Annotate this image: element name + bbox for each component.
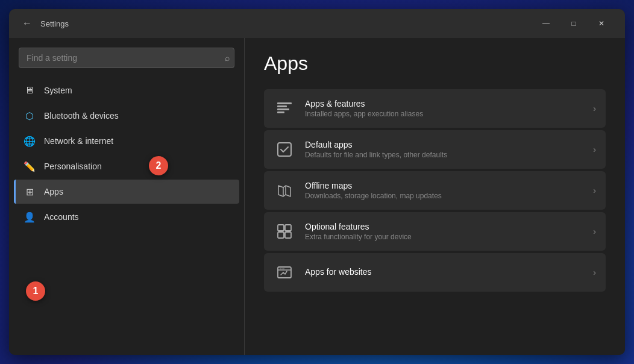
optional-features-chevron: › xyxy=(593,227,596,236)
sidebar-item-bluetooth[interactable]: ⬡ Bluetooth & devices xyxy=(14,104,239,128)
maximize-button[interactable]: □ xyxy=(560,14,588,33)
main-content: Apps Apps & features Installed apps, app… xyxy=(245,38,625,355)
back-button[interactable]: ← xyxy=(19,15,36,32)
apps-websites-text: Apps for websites xyxy=(305,267,583,278)
sidebar-item-system[interactable]: 🖥 System xyxy=(14,78,239,102)
offline-maps-desc: Downloads, storage location, map updates xyxy=(305,192,583,200)
search-button[interactable]: ⌕ xyxy=(225,53,230,63)
svg-rect-2 xyxy=(277,108,289,110)
svg-rect-5 xyxy=(278,225,284,231)
svg-rect-7 xyxy=(278,232,284,238)
apps-features-chevron: › xyxy=(593,104,596,113)
close-button[interactable]: ✕ xyxy=(588,14,615,33)
apps-websites-icon xyxy=(274,262,295,283)
offline-maps-icon xyxy=(274,180,295,201)
content-area: ⌕ 🖥 System ⬡ Bluetooth & devices 🌐 Netwo… xyxy=(9,38,625,355)
default-apps-text: Default apps Defaults for file and link … xyxy=(305,140,583,159)
apps-features-desc: Installed apps, app execution aliases xyxy=(305,110,583,118)
apps-features-text: Apps & features Installed apps, app exec… xyxy=(305,99,583,118)
sidebar-label-apps: Apps xyxy=(44,187,63,196)
window-title: Settings xyxy=(40,19,532,28)
svg-rect-6 xyxy=(285,225,291,231)
accounts-icon: 👤 xyxy=(24,211,36,223)
offline-maps-text: Offline maps Downloads, storage location… xyxy=(305,181,583,200)
sidebar-item-network[interactable]: 🌐 Network & internet xyxy=(14,129,239,153)
annotation-2: 2 xyxy=(149,156,168,175)
offline-maps-title: Offline maps xyxy=(305,181,583,190)
svg-rect-3 xyxy=(277,111,284,113)
default-apps-icon xyxy=(274,139,295,160)
svg-rect-4 xyxy=(278,143,291,156)
system-icon: 🖥 xyxy=(24,84,36,96)
sidebar-item-accounts[interactable]: 👤 Accounts xyxy=(14,205,239,229)
page-title: Apps xyxy=(264,52,606,75)
optional-features-desc: Extra functionality for your device xyxy=(305,233,583,241)
sidebar-item-personalisation[interactable]: ✏️ Personalisation xyxy=(14,154,239,178)
setting-card-optional-features[interactable]: Optional features Extra functionality fo… xyxy=(264,212,606,251)
optional-features-text: Optional features Extra functionality fo… xyxy=(305,222,583,241)
settings-window: ← Settings — □ ✕ ⌕ 🖥 System xyxy=(9,9,625,355)
svg-rect-0 xyxy=(277,102,292,104)
apps-websites-title: Apps for websites xyxy=(305,267,583,277)
sidebar-item-apps[interactable]: ⊞ Apps xyxy=(14,180,239,204)
search-icon: ⌕ xyxy=(225,53,230,63)
optional-features-icon xyxy=(274,221,295,242)
sidebar-label-system: System xyxy=(44,86,72,95)
window-controls: — □ ✕ xyxy=(532,14,615,33)
setting-card-apps-websites[interactable]: Apps for websites › xyxy=(264,253,606,292)
optional-features-title: Optional features xyxy=(305,222,583,231)
network-icon: 🌐 xyxy=(24,135,36,147)
bluetooth-icon: ⬡ xyxy=(24,110,36,122)
sidebar-label-personalisation: Personalisation xyxy=(44,162,102,171)
sidebar-label-network: Network & internet xyxy=(44,136,113,146)
offline-maps-chevron: › xyxy=(593,186,596,195)
setting-card-apps-features[interactable]: Apps & features Installed apps, app exec… xyxy=(264,89,606,128)
search-box: ⌕ xyxy=(19,48,234,68)
annotation-1: 1 xyxy=(26,281,45,301)
personalisation-icon: ✏️ xyxy=(24,160,36,172)
back-icon: ← xyxy=(22,18,32,29)
apps-websites-chevron: › xyxy=(593,268,596,277)
apps-icon: ⊞ xyxy=(24,186,36,198)
sidebar-label-accounts: Accounts xyxy=(44,212,79,222)
apps-features-title: Apps & features xyxy=(305,99,583,108)
default-apps-title: Default apps xyxy=(305,140,583,149)
sidebar: ⌕ 🖥 System ⬡ Bluetooth & devices 🌐 Netwo… xyxy=(9,38,244,355)
svg-rect-1 xyxy=(277,105,287,107)
svg-rect-9 xyxy=(278,267,291,278)
setting-card-offline-maps[interactable]: Offline maps Downloads, storage location… xyxy=(264,171,606,210)
sidebar-label-bluetooth: Bluetooth & devices xyxy=(44,111,119,121)
svg-rect-8 xyxy=(285,232,291,238)
minimize-button[interactable]: — xyxy=(532,14,560,33)
default-apps-chevron: › xyxy=(593,145,596,154)
titlebar: ← Settings — □ ✕ xyxy=(9,9,625,38)
default-apps-desc: Defaults for file and link types, other … xyxy=(305,151,583,159)
search-input[interactable] xyxy=(19,48,234,68)
apps-features-icon xyxy=(274,98,295,119)
setting-card-default-apps[interactable]: Default apps Defaults for file and link … xyxy=(264,130,606,169)
